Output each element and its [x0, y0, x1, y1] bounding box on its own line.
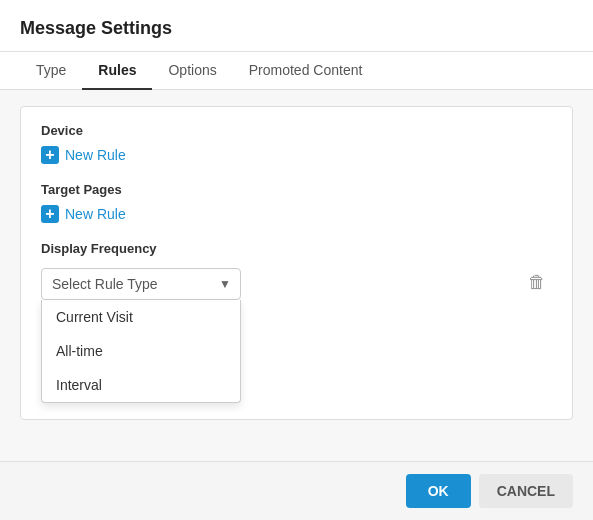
device-new-rule-button[interactable]: + New Rule — [41, 146, 126, 164]
rule-type-dropdown: Current Visit All-time Interval — [41, 300, 241, 403]
tab-rules[interactable]: Rules — [82, 52, 152, 90]
dialog-title: Message Settings — [20, 18, 172, 38]
target-pages-section-label: Target Pages — [41, 182, 552, 197]
cancel-button[interactable]: CANCEL — [479, 474, 573, 508]
device-section-label: Device — [41, 123, 552, 138]
display-frequency-rule-row: Select Rule Type Current Visit All-time … — [41, 268, 552, 300]
device-plus-icon: + — [41, 146, 59, 164]
message-settings-dialog: Message Settings Type Rules Options Prom… — [0, 0, 593, 520]
tab-promoted-content[interactable]: Promoted Content — [233, 52, 379, 90]
select-rule-type[interactable]: Select Rule Type Current Visit All-time … — [41, 268, 241, 300]
ok-button[interactable]: OK — [406, 474, 471, 508]
dropdown-item-current-visit[interactable]: Current Visit — [42, 300, 240, 334]
target-pages-new-rule-label: New Rule — [65, 206, 126, 222]
trash-icon: 🗑 — [528, 272, 546, 293]
dropdown-item-all-time[interactable]: All-time — [42, 334, 240, 368]
tab-bar: Type Rules Options Promoted Content — [0, 52, 593, 90]
tab-options[interactable]: Options — [152, 52, 232, 90]
dialog-footer: OK CANCEL — [0, 461, 593, 520]
dialog-header: Message Settings — [0, 0, 593, 52]
target-pages-new-rule-button[interactable]: + New Rule — [41, 205, 126, 223]
select-rule-type-wrapper: Select Rule Type Current Visit All-time … — [41, 268, 241, 300]
display-frequency-label: Display Frequency — [41, 241, 552, 256]
rule-row-container: Select Rule Type Current Visit All-time … — [41, 268, 512, 300]
target-pages-plus-icon: + — [41, 205, 59, 223]
dropdown-item-interval[interactable]: Interval — [42, 368, 240, 402]
delete-rule-button[interactable]: 🗑 — [522, 268, 552, 297]
device-new-rule-label: New Rule — [65, 147, 126, 163]
rules-panel: Device + New Rule Target Pages + New Rul… — [20, 106, 573, 420]
tab-type[interactable]: Type — [20, 52, 82, 90]
dialog-body: Device + New Rule Target Pages + New Rul… — [0, 90, 593, 461]
